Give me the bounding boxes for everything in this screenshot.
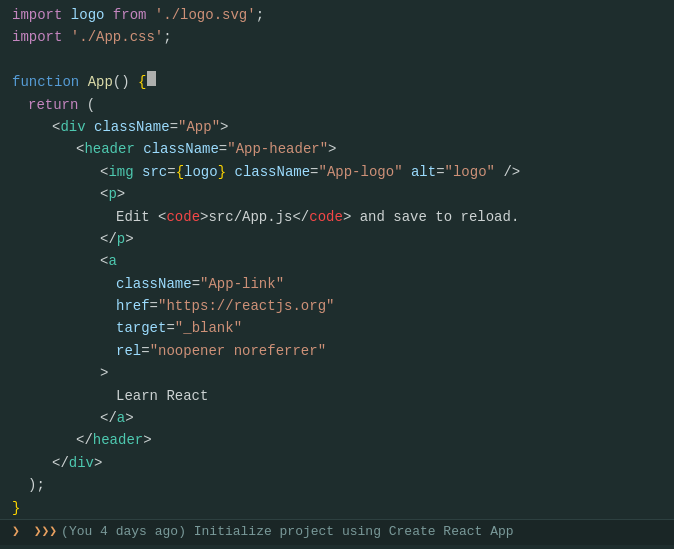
var-logo: logo	[71, 4, 105, 26]
code-line-3	[0, 49, 674, 71]
commit-message: (You 4 days ago) Initialize project usin…	[61, 522, 513, 543]
code-line-4: function App() {	[0, 71, 674, 93]
code-line-13: className="App-link"	[0, 273, 674, 295]
code-line-6: <div className="App">	[0, 116, 674, 138]
git-status-bar: ❯ ❯❯❯ (You 4 days ago) Initialize projec…	[0, 519, 674, 545]
tag-a: a	[108, 250, 116, 272]
attr-val-link: "App-link"	[200, 273, 284, 295]
tag-a-close: a	[117, 407, 125, 429]
code-line-2: import './App.css';	[0, 26, 674, 48]
attr-val-logo: "App-logo"	[319, 161, 403, 183]
code-line-16: rel="noopener noreferrer"	[0, 340, 674, 362]
attr-alt: alt	[411, 161, 436, 183]
code-line-5: return (	[0, 94, 674, 116]
code-line-11: </p>	[0, 228, 674, 250]
code-line-22: );	[0, 474, 674, 496]
fn-app: App	[88, 71, 113, 93]
attr-val-href: "https://reactjs.org"	[158, 295, 334, 317]
attr-target: target	[116, 317, 166, 339]
code-line-12: <a	[0, 250, 674, 272]
code-line-19: </a>	[0, 407, 674, 429]
code-line-18: Learn React	[0, 385, 674, 407]
attr-val-target: "_blank"	[175, 317, 242, 339]
code-line-1: import logo from './logo.svg';	[0, 4, 674, 26]
code-line-21: </div>	[0, 452, 674, 474]
tag-div-close: div	[69, 452, 94, 474]
attr-href: href	[116, 295, 150, 317]
code-line-9: <p>	[0, 183, 674, 205]
attr-val-alt: "logo"	[445, 161, 495, 183]
attr-classname2: className	[143, 138, 219, 160]
code-editor: import logo from './logo.svg'; import '.…	[0, 0, 674, 549]
code-line-15: target="_blank"	[0, 317, 674, 339]
close-brace: }	[12, 497, 20, 519]
code-line-20: </header>	[0, 429, 674, 451]
attr-val-header: "App-header"	[227, 138, 328, 160]
keyword-from: from	[113, 4, 147, 26]
code-line-23: }	[0, 497, 674, 519]
tag-code: code	[166, 206, 200, 228]
attr-classname4: className	[116, 273, 192, 295]
tag-p-close: p	[117, 228, 125, 250]
code-line-8: <img src={logo} className="App-logo" alt…	[0, 161, 674, 183]
open-brace: {	[138, 71, 146, 93]
text-learn-react: Learn React	[116, 385, 208, 407]
keyword-import2: import	[12, 26, 62, 48]
tag-header-close: header	[93, 429, 143, 451]
var-logo-ref: logo	[184, 161, 218, 183]
str-logo-path: './logo.svg'	[155, 4, 256, 26]
tag-header: header	[84, 138, 134, 160]
keyword-function: function	[12, 71, 79, 93]
keyword-return: return	[28, 94, 78, 116]
code-line-10: Edit <code>src/App.js</code> and save to…	[0, 206, 674, 228]
cursor	[147, 71, 156, 86]
tag-div: div	[60, 116, 85, 138]
attr-src: src	[142, 161, 167, 183]
attr-rel: rel	[116, 340, 141, 362]
tag-img: img	[108, 161, 133, 183]
keyword-import: import	[12, 4, 62, 26]
attr-classname3: className	[234, 161, 310, 183]
code-line-14: href="https://reactjs.org"	[0, 295, 674, 317]
attr-val-rel: "noopener noreferrer"	[150, 340, 326, 362]
attr-val-app: "App"	[178, 116, 220, 138]
code-line-17: >	[0, 362, 674, 384]
tag-p: p	[108, 183, 116, 205]
code-line-7: <header className="App-header">	[0, 138, 674, 160]
git-branch: ❯❯❯	[26, 522, 57, 543]
tag-code-close: code	[309, 206, 343, 228]
git-icon: ❯	[12, 522, 20, 543]
attr-classname: className	[94, 116, 170, 138]
str-css-path: './App.css'	[71, 26, 163, 48]
